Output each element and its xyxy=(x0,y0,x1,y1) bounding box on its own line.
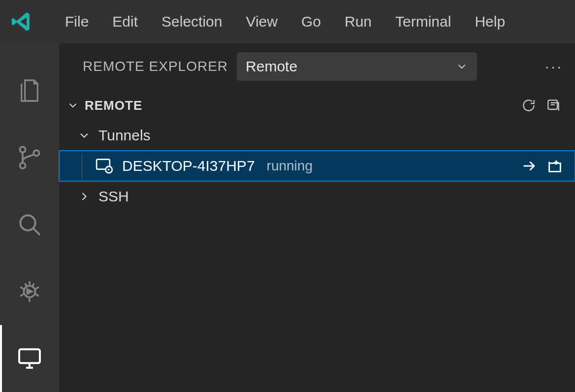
svg-point-3 xyxy=(20,215,35,230)
remote-type-dropdown[interactable]: Remote xyxy=(237,52,477,81)
sidebar-header: REMOTE EXPLORER Remote ··· xyxy=(59,52,575,90)
activity-run-debug[interactable] xyxy=(0,258,59,325)
dropdown-selected-label: Remote xyxy=(246,58,297,75)
tunnel-item-name: DESKTOP-4I37HP7 xyxy=(122,158,255,174)
activity-remote-explorer[interactable] xyxy=(0,325,59,392)
menu-file[interactable]: File xyxy=(53,13,100,30)
open-new-window-button[interactable] xyxy=(546,158,563,174)
tree-group-ssh[interactable]: SSH xyxy=(59,181,575,212)
main-area: REMOTE EXPLORER Remote ··· REMOTE xyxy=(0,43,575,392)
more-actions-button[interactable]: ··· xyxy=(542,58,566,75)
refresh-button[interactable] xyxy=(521,98,537,113)
activity-explorer[interactable] xyxy=(0,57,59,124)
activity-source-control[interactable] xyxy=(0,124,59,191)
section-actions xyxy=(521,98,568,113)
tunnel-item-actions xyxy=(521,158,575,174)
tree-group-tunnels[interactable]: Tunnels xyxy=(59,120,575,151)
connect-arrow-button[interactable] xyxy=(521,158,538,174)
vscode-logo-icon xyxy=(10,10,33,33)
tree-group-label: Tunnels xyxy=(98,127,151,144)
section-header-remote[interactable]: REMOTE xyxy=(59,90,575,120)
activity-bar xyxy=(0,43,59,392)
tree-group-label: SSH xyxy=(98,188,129,205)
svg-point-1 xyxy=(20,163,25,168)
sidebar: REMOTE EXPLORER Remote ··· REMOTE xyxy=(59,43,575,392)
menu-go[interactable]: Go xyxy=(289,13,333,30)
remote-machine-icon xyxy=(94,156,115,176)
collapse-all-button[interactable] xyxy=(545,98,561,113)
activity-search[interactable] xyxy=(0,191,59,258)
menu-view[interactable]: View xyxy=(234,13,289,30)
menu-items: File Edit Selection View Go Run Terminal… xyxy=(53,13,517,30)
svg-point-0 xyxy=(20,147,25,152)
svg-rect-5 xyxy=(19,349,40,363)
remote-tree: Tunnels DESKTOP-4I37HP7 running xyxy=(59,120,575,212)
menu-terminal[interactable]: Terminal xyxy=(383,13,463,30)
menubar: File Edit Selection View Go Run Terminal… xyxy=(0,0,575,43)
chevron-right-icon xyxy=(77,190,92,203)
svg-point-2 xyxy=(33,150,39,156)
menu-help[interactable]: Help xyxy=(463,13,517,30)
tunnel-item-desktop[interactable]: DESKTOP-4I37HP7 running xyxy=(59,151,575,181)
sidebar-title: REMOTE EXPLORER xyxy=(83,59,228,74)
chevron-down-icon xyxy=(77,129,92,142)
chevron-down-icon xyxy=(455,60,468,73)
chevron-down-icon xyxy=(66,99,80,112)
tunnel-item-status: running xyxy=(267,158,313,174)
section-title: REMOTE xyxy=(85,98,142,113)
menu-run[interactable]: Run xyxy=(333,13,383,30)
menu-selection[interactable]: Selection xyxy=(150,13,234,30)
menu-edit[interactable]: Edit xyxy=(100,13,150,30)
